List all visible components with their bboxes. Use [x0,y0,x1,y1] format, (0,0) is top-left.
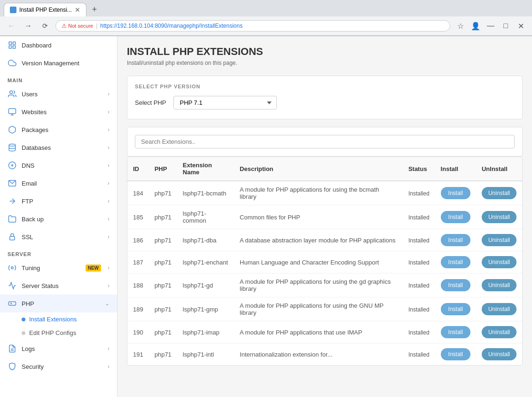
col-install: Install [435,157,476,181]
cell-uninstall-action: Uninstall [476,251,522,273]
cell-id: 186 [127,229,149,251]
sidebar-item-websites[interactable]: Websites › [0,103,117,121]
bookmark-button[interactable]: ☆ [454,19,467,32]
cell-status: Installed [403,343,435,366]
email-icon [8,179,17,188]
sidebar-item-label-email: Email [22,180,103,187]
browser-controls: ← → ⟳ ⚠ Not secure | https://192.168.0.1… [0,16,532,36]
chevron-right-icon-backup: › [108,216,110,222]
cell-install-action: Install [435,229,476,251]
table-row: 191 php71 lsphp71-intl Internationalizat… [127,343,522,366]
install-button[interactable]: Install [441,211,470,223]
forward-button[interactable]: → [22,19,35,32]
sidebar-item-php[interactable]: PHP ⌄ [0,295,117,312]
maximize-button[interactable]: □ [499,19,512,32]
install-button[interactable]: Install [441,256,470,268]
close-button[interactable]: ✕ [514,19,527,32]
uninstall-button[interactable]: Uninstall [482,234,516,246]
table-row: 187 php71 lsphp71-enchant Human Language… [127,251,522,273]
back-button[interactable]: ← [5,19,18,32]
sub-item-label-install-extensions: Install Extensions [29,316,77,323]
backup-icon [8,214,17,224]
svg-rect-13 [9,302,16,305]
new-badge: NEW [86,265,101,272]
cell-description: Human Language and Character Encoding Su… [234,251,403,273]
tab-close-button[interactable]: ✕ [75,6,80,14]
sidebar-sub-item-edit-php-configs[interactable]: Edit PHP Configs [0,326,117,340]
sidebar-sub-item-install-extensions[interactable]: Install Extensions [0,312,117,326]
cell-id: 184 [127,181,149,205]
address-bar[interactable]: ⚠ Not secure | https://192.168.0.104:809… [55,20,450,31]
table-row: 186 php71 lsphp71-dba A database abstrac… [127,229,522,251]
cell-php: php71 [149,321,177,343]
install-button[interactable]: Install [441,303,470,315]
packages-icon [8,125,17,134]
websites-icon [8,107,17,117]
sidebar-item-ftp[interactable]: FTP › [0,192,117,210]
sidebar-item-label-dns: DNS [22,162,103,169]
sidebar-item-dashboard[interactable]: Dashboard [0,36,117,54]
chevron-right-icon: › [108,91,110,97]
sidebar-item-label-ssl: SSL [22,234,103,241]
sidebar-item-ssl[interactable]: SSL › [0,228,117,246]
browser-tab-active[interactable]: Install PHP Extensi... ✕ [4,3,86,16]
chevron-right-icon-ssl: › [108,234,110,240]
svg-rect-5 [9,109,16,114]
sidebar-item-backup[interactable]: Back up › [0,210,117,228]
sidebar-item-security[interactable]: Security › [0,358,117,375]
browser-chrome: Install PHP Extensi... ✕ + ← → ⟳ ⚠ Not s… [0,0,532,36]
sidebar-item-databases[interactable]: Databases › [0,139,117,156]
uninstall-button[interactable]: Uninstall [482,303,516,315]
uninstall-button[interactable]: Uninstall [482,211,516,223]
php-version-card: SELECT PHP VERSION Select PHP PHP 7.1 PH… [127,76,523,119]
cell-description: A module for PHP applications for using … [234,297,403,321]
php-version-select[interactable]: PHP 7.1 PHP 7.2 PHP 7.3 PHP 7.4 PHP 8.0 [173,96,277,109]
svg-rect-11 [10,236,15,240]
php-icon [8,299,17,308]
cell-uninstall-action: Uninstall [476,181,522,205]
cell-install-action: Install [435,297,476,321]
new-tab-button[interactable]: + [88,3,101,16]
svg-point-4 [10,91,13,93]
sidebar-item-label-server-status: Server Status [22,282,103,289]
uninstall-button[interactable]: Uninstall [482,348,516,360]
install-button[interactable]: Install [441,326,470,338]
cell-id: 185 [127,205,149,229]
sidebar-item-dns[interactable]: DNS › [0,156,117,174]
sidebar-item-server-status[interactable]: Server Status › [0,277,117,295]
cell-php: php71 [149,251,177,273]
sidebar-item-users[interactable]: Users › [0,85,117,103]
sidebar-item-email[interactable]: Email › [0,174,117,192]
profile-button[interactable]: 👤 [469,19,482,32]
security-icon [8,362,17,371]
uninstall-button[interactable]: Uninstall [482,326,516,338]
reload-button[interactable]: ⟳ [39,19,52,32]
install-button[interactable]: Install [441,187,470,199]
search-input[interactable] [141,138,509,145]
sidebar-item-tuning[interactable]: Tuning NEW › [0,259,117,277]
uninstall-button[interactable]: Uninstall [482,279,516,291]
users-icon [8,89,17,99]
sidebar-item-version-management[interactable]: Version Management [0,54,117,72]
uninstall-button[interactable]: Uninstall [482,256,516,268]
sidebar-item-label-databases: Databases [22,144,103,151]
cell-id: 189 [127,297,149,321]
install-button[interactable]: Install [441,279,470,291]
cell-status: Installed [403,297,435,321]
install-button[interactable]: Install [441,234,470,246]
uninstall-button[interactable]: Uninstall [482,187,516,199]
cloud-icon [8,58,17,68]
cell-extension-name: lsphp71-enchant [177,251,234,273]
sidebar-item-logs[interactable]: Logs › [0,340,117,358]
svg-point-12 [11,267,14,269]
cell-status: Installed [403,321,435,343]
chevron-right-icon-server-status: › [108,282,110,289]
sidebar-item-label-backup: Back up [22,216,103,223]
cell-status: Installed [403,229,435,251]
install-button[interactable]: Install [441,348,470,360]
ssl-icon [8,232,17,241]
chevron-right-icon-ftp: › [108,198,110,204]
sidebar-item-packages[interactable]: Packages › [0,121,117,139]
ftp-icon [8,196,17,206]
minimize-button[interactable]: — [484,19,497,32]
